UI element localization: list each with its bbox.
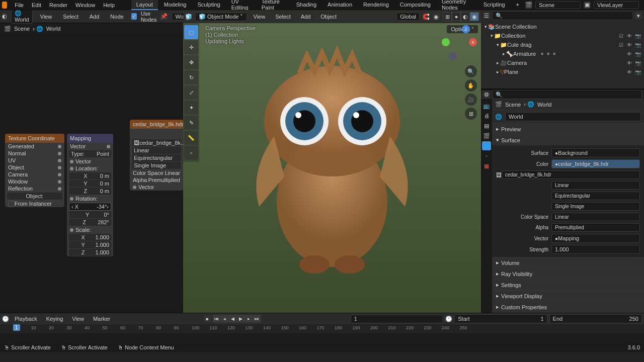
- workspace-tab-compositing[interactable]: Compositing: [395, 0, 436, 10]
- nav-camera-icon[interactable]: 🎥: [465, 94, 477, 106]
- panel-preview[interactable]: ▸ Preview: [492, 124, 644, 134]
- workspace-tab-modeling[interactable]: Modeling: [159, 0, 192, 10]
- vp-menu-view[interactable]: View: [250, 13, 269, 21]
- workspace-tab-shading[interactable]: Shading: [291, 0, 321, 10]
- menu-render[interactable]: Render: [46, 1, 71, 9]
- orientation-dropdown[interactable]: Global: [396, 13, 420, 21]
- filter-icon[interactable]: ▾: [635, 12, 642, 19]
- navigation-gizmo[interactable]: X Z: [442, 25, 477, 60]
- node-header[interactable]: Texture Coordinate: [5, 134, 64, 143]
- outliner-scene-collection[interactable]: ▾📚 Scene Collection: [481, 22, 644, 31]
- frame-start[interactable]: Start 1: [454, 314, 547, 323]
- prop-tab-viewlayer[interactable]: ▤: [482, 121, 491, 130]
- panel-custom-props[interactable]: ▸ Custom Properties: [492, 302, 644, 312]
- snap-icon[interactable]: 🧲: [423, 13, 430, 20]
- shade-wireframe[interactable]: ⊞: [443, 12, 452, 21]
- workspace-tab-rendering[interactable]: Rendering: [358, 0, 394, 10]
- panel-viewport-display[interactable]: ▸ Viewport Display: [492, 291, 644, 301]
- play-reverse[interactable]: ◀: [229, 315, 237, 323]
- play-forward[interactable]: ▶: [237, 315, 245, 323]
- autokey-icon[interactable]: ●: [204, 315, 211, 322]
- ne-menu-select[interactable]: Select: [59, 13, 82, 21]
- properties-search[interactable]: 🔍: [492, 90, 642, 99]
- editor-type-icon[interactable]: ◐: [2, 13, 7, 20]
- prop-tab-render[interactable]: 📺: [482, 101, 491, 110]
- gizmo-x-axis[interactable]: X: [469, 38, 477, 46]
- tl-view[interactable]: View: [68, 315, 88, 323]
- outliner-camera[interactable]: ▸🎥 Camera👁📷: [481, 58, 644, 67]
- workspace-tab-sculpting[interactable]: Sculpting: [192, 0, 225, 10]
- panel-surface[interactable]: ▾ Surface: [492, 135, 644, 145]
- node-graph-area[interactable]: Texture Coordinate Generated Normal UV O…: [0, 34, 183, 313]
- node-mapping[interactable]: Mapping Vector Type: Point Vector Locati…: [67, 134, 113, 256]
- current-frame[interactable]: 1: [351, 315, 443, 323]
- world-datablock[interactable]: World: [172, 13, 183, 21]
- jump-end[interactable]: ⏭: [253, 315, 261, 323]
- panel-volume[interactable]: ▸ Volume: [492, 257, 644, 268]
- nav-ortho-icon[interactable]: ⊞: [465, 108, 477, 120]
- outliner-armature[interactable]: ▸🦴 Armature✦ ✦ ✦👁📷: [481, 49, 644, 58]
- shade-rendered[interactable]: ◉: [470, 12, 479, 21]
- panel-rayvis[interactable]: ▸ Ray Visibility: [492, 268, 644, 279]
- menu-window[interactable]: Window: [72, 1, 99, 9]
- tool-rotate[interactable]: ↻: [184, 70, 198, 84]
- menu-file[interactable]: File: [11, 1, 27, 9]
- viewlayer-selector[interactable]: ViewLayer: [594, 1, 639, 9]
- workspace-tab-animation[interactable]: Animation: [323, 0, 357, 10]
- tl-playback[interactable]: Playback: [11, 315, 41, 323]
- frame-end[interactable]: End 250: [549, 314, 642, 323]
- from-instancer-check[interactable]: [8, 201, 15, 207]
- ne-menu-add[interactable]: Add: [86, 13, 103, 21]
- ne-menu-view[interactable]: View: [37, 13, 56, 21]
- workspace-tab-layout[interactable]: Layout: [131, 0, 158, 10]
- nav-zoom-icon[interactable]: 🔍: [465, 65, 477, 77]
- menu-edit[interactable]: Edit: [28, 1, 45, 9]
- node-environment-texture[interactable]: cedar_bridge_8k.hdr 🖼 cedar_bridge_8k...…: [130, 120, 183, 191]
- ne-menu-node[interactable]: Node: [107, 13, 127, 21]
- outliner-plane[interactable]: ▸▽ Plane👁📷: [481, 67, 644, 76]
- vp-menu-select[interactable]: Select: [272, 13, 294, 21]
- shade-matprev[interactable]: ◐: [461, 12, 470, 21]
- jump-start[interactable]: ⏮: [213, 315, 221, 323]
- tool-move[interactable]: ✥: [184, 55, 198, 69]
- keyframe-next[interactable]: ▸: [245, 315, 253, 323]
- tool-transform[interactable]: ✦: [184, 101, 198, 115]
- scene-selector[interactable]: Scene: [535, 1, 581, 9]
- editor-type-icon[interactable]: ⚙: [483, 91, 490, 98]
- surface-vector[interactable]: ● Mapping: [551, 234, 640, 243]
- outliner-collection[interactable]: ▾📁 Collection☑👁📷: [481, 31, 644, 40]
- 3d-viewport[interactable]: 🧊 🧊 Object Mode ˅ View Select Add Object…: [183, 10, 481, 313]
- vp-menu-object[interactable]: Object: [317, 13, 340, 21]
- tool-add-cube[interactable]: ▫: [184, 146, 198, 160]
- gizmo-y-axis[interactable]: [442, 38, 450, 46]
- tool-scale[interactable]: ⤢: [184, 85, 198, 100]
- tool-cursor[interactable]: ✛: [184, 40, 198, 54]
- workspace-tab-scripting[interactable]: Scripting: [478, 0, 510, 10]
- timeline-ruler[interactable]: 1 11020304050607080901001101201301401501…: [0, 324, 644, 333]
- world-datablock[interactable]: World: [505, 112, 641, 121]
- prop-tab-object[interactable]: ▫: [482, 151, 491, 160]
- keyframe-prev[interactable]: ◂: [221, 315, 229, 323]
- gizmo-z-axis[interactable]: Z: [462, 25, 470, 33]
- tool-annotate[interactable]: ✎: [184, 116, 198, 130]
- panel-settings[interactable]: ▸ Settings: [492, 280, 644, 290]
- prop-tab-world[interactable]: 🌐: [482, 141, 491, 150]
- prop-tab-scene[interactable]: 🎬: [482, 131, 491, 140]
- use-nodes-checkbox[interactable]: ✓: [131, 13, 137, 20]
- editor-type-icon[interactable]: ☰: [483, 12, 490, 19]
- tl-marker[interactable]: Marker: [90, 315, 114, 323]
- nav-pan-icon[interactable]: ✋: [465, 79, 477, 92]
- workspace-add[interactable]: +: [511, 0, 524, 10]
- prop-tab-output[interactable]: 🖨: [482, 111, 491, 120]
- shade-solid[interactable]: ●: [452, 12, 461, 21]
- surface-strength[interactable]: 1.000: [551, 245, 640, 254]
- surface-texture[interactable]: cedar_bridge_8k.hdr: [502, 170, 640, 179]
- gizmo-neg-axis[interactable]: [449, 52, 457, 60]
- outliner-cute-drag[interactable]: ▾📁 Cute drag☑👁📷: [481, 40, 644, 49]
- outliner-search[interactable]: 🔍: [492, 11, 633, 20]
- editor-type-icon[interactable]: 🧊: [185, 13, 192, 20]
- surface-shader[interactable]: ● Background: [551, 148, 640, 157]
- node-header[interactable]: Mapping: [67, 134, 113, 143]
- surface-color[interactable]: ● cedar_bridge_8k.hdr: [551, 159, 640, 168]
- shader-type-dropdown[interactable]: 🌐 World: [11, 10, 33, 24]
